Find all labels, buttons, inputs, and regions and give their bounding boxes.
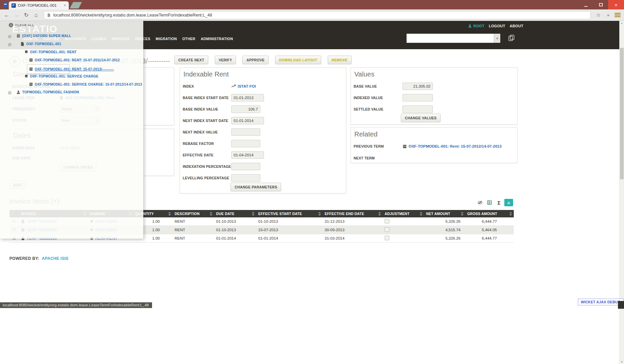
settled-value-input[interactable] (403, 105, 433, 113)
indexed-value-input[interactable] (403, 94, 433, 101)
bookmark-item[interactable]: ⊘ TOPMODEL-TOPMODEL FASHION (0, 90, 143, 97)
base-index-value-input[interactable] (231, 105, 260, 113)
new-tab-button[interactable] (70, 2, 82, 8)
user-icon (468, 24, 472, 28)
user-menu[interactable]: ROOT (468, 24, 484, 28)
no-entry-icon[interactable]: ⊘ (8, 90, 12, 95)
home-button[interactable]: ⌂ (33, 12, 39, 18)
refresh-button[interactable]: ↻ (23, 12, 30, 18)
sigma-totals-icon[interactable]: Σ (495, 199, 503, 206)
tab-close-icon[interactable]: × (64, 3, 66, 8)
copy-icon[interactable] (508, 34, 515, 42)
adjustment-checkbox[interactable] (385, 227, 389, 232)
action-buttons: CREATE NEXT VERIFY APPROVE DOWNLOAD LAYO… (174, 56, 352, 64)
search-dropdown-caret[interactable]: ▾ (494, 34, 500, 43)
browser-menu-icon[interactable] (615, 13, 621, 17)
sort-icon[interactable] (509, 212, 512, 216)
col-effective-start-date[interactable]: EFFECTIVE START DATE (256, 210, 323, 217)
bookmark-item[interactable]: OXF-TOPMODEL-001: RENT (0, 50, 143, 57)
browser-tab[interactable]: OXF-TOPMODEL-001 × (9, 1, 69, 9)
bookmark-link[interactable]: TOPMODEL-TOPMODEL FASHION (22, 90, 79, 94)
bookmark-item[interactable]: OXF-TOPMODEL-001: SERVICE CHARGE (0, 74, 143, 81)
window-maximize-button[interactable] (593, 0, 608, 9)
bookmark-link[interactable]: OXF-TOPMODEL-001: RENT: 15-07-2011/14-07… (35, 58, 120, 62)
bookmark-link[interactable]: [OXF] OXFORD SUPER MALL (22, 34, 71, 38)
sort-icon[interactable] (461, 212, 464, 216)
remove-button[interactable]: REMOVE (328, 56, 352, 64)
url-text[interactable]: localhost:8080/wicket/entity/org.estatio… (53, 13, 588, 18)
sort-icon[interactable] (168, 212, 171, 216)
bookmark-link[interactable]: OXF-TOPMODEL-001: SERVICE CHARGE (30, 74, 98, 78)
user-name[interactable]: ROOT (473, 24, 484, 28)
bookmark-link[interactable]: OXF-TOPMODEL-001: RENT: 15-07-2013/-----… (35, 67, 114, 71)
create-next-button[interactable]: CREATE NEXT (174, 56, 208, 64)
bookmark-item[interactable]: ⊘ [OXF] OXFORD SUPER MALL (0, 34, 143, 40)
menu-administration[interactable]: ADMINISTRATION (201, 37, 233, 41)
about-link[interactable]: ABOUT (510, 24, 524, 28)
no-entry-icon[interactable]: ⊘ (8, 34, 12, 39)
col-effective-end-date[interactable]: EFFECTIVE END DATE (323, 210, 383, 217)
bookmark-item[interactable]: ⊘ OXF-TOPMODEL-001 (0, 42, 143, 49)
no-entry-icon[interactable]: ⊘ (8, 42, 12, 47)
party-icon (16, 90, 21, 94)
logout-link[interactable]: LOGOUT (489, 24, 505, 28)
building-icon (16, 34, 21, 38)
indexation-percentage-input[interactable] (231, 163, 260, 170)
bookmark-link[interactable]: OXF-TOPMODEL-001: SERVICE CHARGE: 15-07-… (35, 83, 142, 86)
next-index-start-date-input[interactable] (231, 117, 264, 124)
scroll-up-icon[interactable]: ▲ (620, 22, 624, 24)
search-input[interactable] (407, 34, 494, 43)
adjustment-checkbox[interactable] (385, 219, 389, 223)
sort-icon[interactable] (318, 212, 321, 216)
menu-migration[interactable]: MIGRATION (156, 37, 177, 41)
base-index-start-date-input[interactable] (231, 94, 264, 101)
scrollbar-thumb[interactable] (620, 48, 624, 179)
col-description[interactable]: DESCRIPTION (173, 210, 214, 217)
list-view-icon[interactable]: ≡ (504, 199, 513, 206)
sort-icon[interactable] (252, 212, 255, 216)
powered-by-label: POWERED BY: (9, 256, 39, 261)
address-bar[interactable]: localhost:8080/wicket/entity/org.estatio… (44, 11, 591, 19)
sort-icon[interactable] (420, 212, 422, 216)
excel-export-icon[interactable] (485, 199, 494, 206)
col-adjustment[interactable]: ADJUSTMENT (383, 210, 424, 217)
base-value-input[interactable] (403, 83, 433, 90)
effective-end-date-cell: 30-09-2013 (323, 226, 383, 234)
bookmark-item-selected[interactable]: OXF-TOPMODEL-001: RENT: 15-07-2013/-----… (0, 66, 143, 73)
back-button[interactable]: ← (3, 12, 10, 18)
bookmark-star-icon[interactable]: ☆ (595, 12, 602, 18)
bookmark-item[interactable]: OXF-TOPMODEL-001: RENT: 15-07-2011/14-07… (0, 58, 143, 65)
scroll-down-icon[interactable]: ▼ (620, 361, 624, 363)
levelling-percentage-input[interactable] (231, 174, 260, 182)
apache-isis-link[interactable]: APACHE ISIS (42, 256, 68, 261)
bookmark-link[interactable]: OXF-TOPMODEL-001 (26, 42, 61, 46)
change-values-button[interactable]: CHANGE VALUES (401, 114, 441, 122)
change-parameters-button[interactable]: CHANGE PARAMETERS (231, 183, 281, 191)
effective-date-input[interactable] (231, 151, 264, 159)
col-net-amount[interactable]: NET AMOUNT (424, 210, 465, 217)
approve-button[interactable]: APPROVE (242, 56, 268, 64)
sort-icon[interactable] (378, 212, 381, 216)
vertical-scrollbar[interactable]: ▲ ▼ (619, 21, 624, 364)
menu-other[interactable]: OTHER (182, 37, 196, 41)
index-link[interactable]: ISTAT FOI (238, 84, 256, 88)
window-close-button[interactable]: × (608, 0, 624, 9)
sort-icon[interactable] (210, 212, 212, 216)
footer: POWERED BY: APACHE ISIS (9, 256, 68, 261)
bookmark-item[interactable]: OXF-TOPMODEL-001: SERVICE CHARGE: 15-07-… (0, 82, 143, 89)
download-layout-button[interactable]: DOWNLOAD LAYOUT (275, 56, 321, 64)
verify-button[interactable]: VERIFY (215, 56, 236, 64)
clear-all-button[interactable]: × CLEAR ALL (9, 23, 34, 27)
window-minimize-button[interactable] (578, 0, 593, 9)
hide-columns-icon[interactable] (476, 199, 484, 206)
adjustment-checkbox[interactable] (385, 236, 389, 240)
col-gross-amount[interactable]: GROSS AMOUNT (465, 210, 514, 217)
next-index-value-input[interactable] (231, 128, 260, 136)
rebase-factor-input[interactable] (231, 140, 260, 147)
forward-button[interactable]: → (13, 12, 20, 18)
previous-term-link[interactable]: OXF-TOPMODEL-001: Rent: 15-07-2012/14-07… (409, 144, 502, 148)
col-due-date[interactable]: DUE DATE (214, 210, 256, 217)
toolbar-overflow-chevron[interactable]: » (605, 12, 612, 18)
bookmark-link[interactable]: OXF-TOPMODEL-001: RENT (30, 50, 77, 54)
wicket-ajax-debug-button[interactable]: WICKET AJAX DEBUG (578, 299, 624, 305)
